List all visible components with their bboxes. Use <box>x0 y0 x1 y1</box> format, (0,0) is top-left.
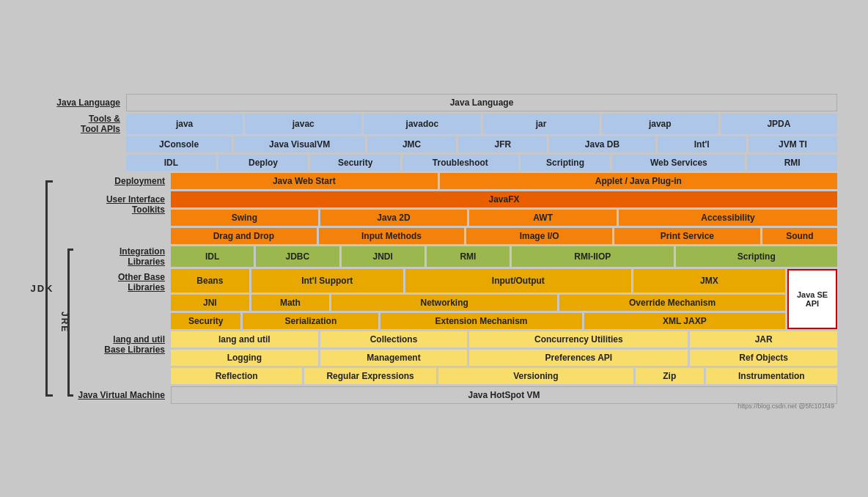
tools-row1: Tools &Tool APIs java javac javadoc jar … <box>31 114 837 134</box>
ob-networking: Networking <box>331 295 557 311</box>
deployment-label[interactable]: Deployment <box>76 173 171 189</box>
lu-concurrency: Concurrency Utilities <box>469 331 688 347</box>
tool-jconsole: JConsole <box>126 136 232 152</box>
print-service-cell: Print Service <box>614 228 760 244</box>
lu-version: Versioning <box>438 368 633 384</box>
tool-jar: jar <box>483 114 600 134</box>
tool-java: java <box>126 114 243 134</box>
lu-collections: Collections <box>320 331 468 347</box>
tool-troubleshoot: Troubleshoot <box>402 155 518 171</box>
tool-rmi: RMI <box>747 155 837 171</box>
tool-security: Security <box>310 155 400 171</box>
lu-instrument: Instrumentation <box>706 368 837 384</box>
applet-plugin: Applet / Java Plug-in <box>440 173 837 189</box>
tools-label2 <box>31 136 126 152</box>
ob-math: Math <box>251 295 330 311</box>
tool-jfr: JFR <box>458 136 547 152</box>
ob-io: Input/Output <box>405 269 631 292</box>
tool-jpda: JPDA <box>721 114 837 134</box>
tools-row2: JConsole Java VisualVM JMC JFR Java DB I… <box>31 136 837 152</box>
java-se-api-box: Java SE API <box>787 269 837 329</box>
ob-override: Override Mechanism <box>559 295 785 311</box>
lu-lang: lang and util <box>171 331 318 347</box>
tool-javadb: Java DB <box>549 136 655 152</box>
input-methods-cell: Input Methods <box>319 228 465 244</box>
sound-cell: Sound <box>762 228 837 244</box>
java-web-start: Java Web Start <box>171 173 438 189</box>
ui-label[interactable]: User InterfaceToolkits <box>76 191 171 244</box>
tools-label[interactable]: Tools &Tool APIs <box>31 114 126 134</box>
ob-jmx: JMX <box>633 269 785 292</box>
tool-webservices: Web Services <box>612 155 745 171</box>
ob-serial: Serialization <box>243 313 378 329</box>
int-idl: IDL <box>171 246 254 267</box>
lu-jar: JAR <box>690 331 837 347</box>
drag-drop-cell: Drag and Drop <box>171 228 317 244</box>
tool-javadoc: javadoc <box>364 114 480 134</box>
other-base-label[interactable]: Other BaseLibraries <box>76 269 171 292</box>
tool-idl: IDL <box>126 155 216 171</box>
ob-beans: Beans <box>171 269 249 292</box>
ob-intl: Int'l Support <box>251 269 403 292</box>
other-base-row3: Security Serialization Extension Mechani… <box>76 313 785 329</box>
awt-cell: AWT <box>469 210 617 226</box>
tool-intl: Int'l <box>658 136 746 152</box>
tool-jvmti: JVM TI <box>749 136 837 152</box>
other-base-label2 <box>76 295 171 311</box>
other-base-label3 <box>76 313 171 329</box>
tools-label-text: Tools &Tool APIs <box>81 114 120 134</box>
int-rmi-iiop: RMI-IIOP <box>512 246 674 267</box>
lu-logging: Logging <box>171 350 318 366</box>
int-jndi: JNDI <box>342 246 424 267</box>
integration-label[interactable]: IntegrationLibraries <box>76 246 171 267</box>
ob-xml: XML JAXP <box>584 313 785 329</box>
lu-prefs: Preferences API <box>469 350 688 366</box>
lang-util-label-text: lang and utilBase Libraries <box>104 334 165 355</box>
tool-javap: javap <box>602 114 718 134</box>
lu-regex: Regular Expressions <box>304 368 435 384</box>
lang-util-label[interactable]: lang and utilBase Libraries <box>76 331 171 384</box>
watermark: https://blog.csdn.net @5fc101f49 <box>738 402 834 410</box>
diagram-container: Java Language Java Language Tools &Tool … <box>31 86 837 411</box>
tool-javac: javac <box>245 114 361 134</box>
tool-visualvm: Java VisualVM <box>234 136 365 152</box>
lang-util-rows: lang and utilBase Libraries lang and uti… <box>76 331 837 384</box>
java-language-row: Java Language Java Language <box>31 94 837 111</box>
other-base-row2: JNI Math Networking Override Mechanism <box>76 295 785 311</box>
javafx-cell: JavaFX <box>171 191 837 207</box>
lu-zip: Zip <box>636 368 704 384</box>
image-io-cell: Image I/O <box>466 228 612 244</box>
jvm-row: Java Virtual Machine Java HotSpot VM <box>76 386 837 404</box>
javafx-row: User InterfaceToolkits JavaFX Swing Java… <box>76 191 837 244</box>
tool-jmc: JMC <box>367 136 456 152</box>
tools-label3 <box>31 155 126 171</box>
int-rmi: RMI <box>427 246 510 267</box>
integration-label-text: IntegrationLibraries <box>119 246 165 267</box>
lu-reflect: Reflection <box>171 368 302 384</box>
ob-jni: JNI <box>171 295 249 311</box>
ob-ext: Extension Mechanism <box>380 313 581 329</box>
integration-row: IntegrationLibraries IDL JDBC JNDI RMI R… <box>76 246 837 267</box>
ui-label-text: User InterfaceToolkits <box>106 194 165 215</box>
java-language-cell: Java Language <box>126 94 837 111</box>
other-base-row1: Other BaseLibraries Beans Int'l Support … <box>76 269 785 292</box>
tools-row3: IDL Deploy Security Troubleshoot Scripti… <box>31 155 837 171</box>
java2d-cell: Java 2D <box>320 210 468 226</box>
lu-mgmt: Management <box>320 350 468 366</box>
lu-refobj: Ref Objects <box>690 350 837 366</box>
jvm-label[interactable]: Java Virtual Machine <box>76 386 171 404</box>
tool-scripting: Scripting <box>521 155 611 171</box>
accessibility-cell: Accessibility <box>619 210 837 226</box>
hotspot-cell: Java HotSpot VM <box>171 386 837 404</box>
int-jdbc: JDBC <box>256 246 339 267</box>
ob-security: Security <box>171 313 240 329</box>
int-scripting: Scripting <box>676 246 838 267</box>
other-base-label-text: Other BaseLibraries <box>118 272 165 292</box>
swing-cell: Swing <box>171 210 318 226</box>
deployment-row: Deployment Java Web Start Applet / Java … <box>76 173 837 189</box>
java-language-label[interactable]: Java Language <box>31 94 126 111</box>
tool-deploy: Deploy <box>218 155 309 171</box>
